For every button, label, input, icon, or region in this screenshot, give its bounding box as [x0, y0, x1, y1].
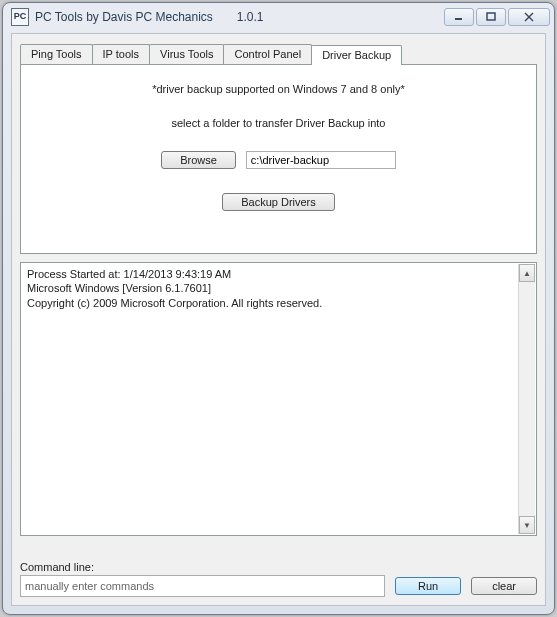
command-line-section: Command line: Run clear: [20, 561, 537, 597]
maximize-button[interactable]: [476, 8, 506, 26]
command-input[interactable]: [20, 575, 385, 597]
titlebar[interactable]: PC PC Tools by Davis PC Mechanics 1.0.1: [3, 3, 554, 31]
tab-ping-tools[interactable]: Ping Tools: [20, 44, 93, 64]
command-line-label: Command line:: [20, 561, 537, 573]
tab-virus-tools[interactable]: Virus Tools: [149, 44, 224, 64]
window-title: PC Tools by Davis PC Mechanics: [35, 10, 213, 24]
tab-driver-backup[interactable]: Driver Backup: [311, 45, 402, 65]
backup-drivers-button[interactable]: Backup Drivers: [222, 193, 335, 211]
client-area: Ping Tools IP tools Virus Tools Control …: [11, 33, 546, 606]
clear-button[interactable]: clear: [471, 577, 537, 595]
browse-button[interactable]: Browse: [161, 151, 236, 169]
window-version: 1.0.1: [237, 10, 264, 24]
output-text: Process Started at: 1/14/2013 9:43:19 AM…: [21, 263, 536, 314]
scroll-up-icon[interactable]: ▲: [519, 264, 535, 282]
main-window: PC PC Tools by Davis PC Mechanics 1.0.1 …: [2, 2, 555, 615]
instruction-text: select a folder to transfer Driver Backu…: [21, 95, 536, 129]
tabstrip: Ping Tools IP tools Virus Tools Control …: [20, 44, 545, 64]
close-button[interactable]: [508, 8, 550, 26]
scroll-down-icon[interactable]: ▼: [519, 516, 535, 534]
tab-ip-tools[interactable]: IP tools: [92, 44, 151, 64]
run-button[interactable]: Run: [395, 577, 461, 595]
window-controls: [444, 8, 550, 26]
app-icon: PC: [11, 8, 29, 26]
driver-backup-panel: *driver backup supported on Windows 7 an…: [20, 64, 537, 254]
tab-control-panel[interactable]: Control Panel: [223, 44, 312, 64]
folder-path-input[interactable]: [246, 151, 396, 169]
scrollbar[interactable]: ▲ ▼: [518, 264, 535, 534]
support-note: *driver backup supported on Windows 7 an…: [21, 65, 536, 95]
svg-rect-1: [487, 13, 495, 20]
output-panel: Process Started at: 1/14/2013 9:43:19 AM…: [20, 262, 537, 536]
minimize-button[interactable]: [444, 8, 474, 26]
